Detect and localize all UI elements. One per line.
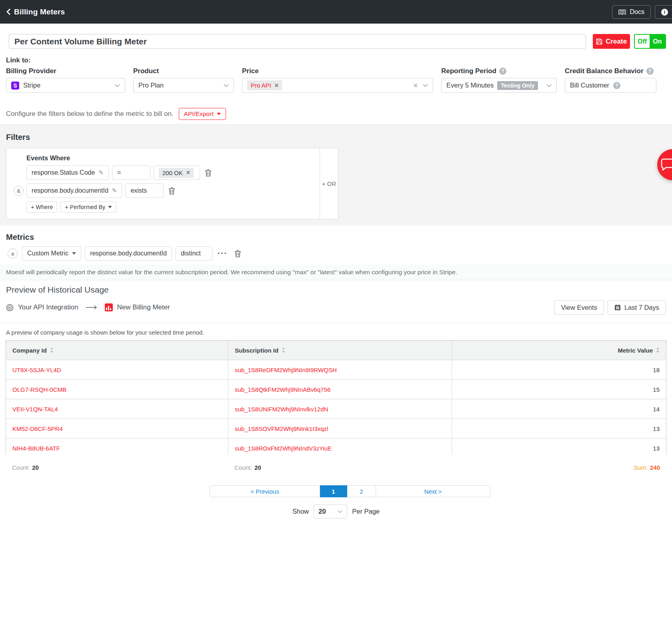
filter-group-main: Events Where response.Status Code ✎ = 20… — [6, 148, 320, 219]
delete-metric-button[interactable] — [233, 249, 243, 258]
company-count: Count: 20 — [6, 464, 228, 471]
create-button[interactable]: Create — [593, 34, 630, 49]
and-conjunction-badge[interactable]: & — [14, 186, 24, 196]
price-tag: Pro API × — [247, 80, 282, 90]
company-id-link[interactable]: KM52-D6CF-5PR4 — [12, 425, 63, 432]
product-select[interactable]: Pro Plan — [133, 78, 234, 93]
table-row: UT8X-5SJA-YL4D sub_1S8ReDFM2Whj9NIn9I9RW… — [6, 360, 666, 380]
previous-page-button[interactable]: < Previous — [210, 485, 320, 497]
page-button-2[interactable]: 2 — [347, 485, 376, 497]
delete-filter-button[interactable] — [203, 168, 213, 177]
meter-name-input[interactable] — [9, 34, 586, 49]
page-button-1[interactable]: 1 — [320, 485, 347, 497]
filter-operator-select[interactable]: = — [112, 165, 150, 180]
trash-icon — [168, 187, 175, 195]
credit-balance-select[interactable]: Bill Customer ? — [565, 78, 656, 93]
metric-key-badge: a — [8, 249, 18, 259]
pencil-icon: ✎ — [98, 169, 104, 176]
date-range-button[interactable]: Last 7 Days — [608, 300, 666, 315]
title-row: Create Off On — [9, 34, 666, 49]
metric-aggregation-select[interactable]: distinct — [176, 246, 212, 261]
add-performed-by-label: + Performed By — [65, 204, 105, 210]
credit-balance-label-text: Credit Balance Behavior — [565, 67, 644, 75]
usage-table: Company Id Subscription Id Metric Value … — [6, 340, 666, 455]
credit-balance-label: Credit Balance Behavior ? — [565, 67, 656, 75]
product-value: Pro Plan — [138, 82, 164, 89]
chevron-down-icon — [115, 84, 120, 87]
subscription-id-link[interactable]: sub_1S8QtkFM2Whj9NInABv6q756 — [235, 386, 330, 393]
metric-field-box[interactable]: response.body.documentId — [85, 246, 172, 261]
filter-value-box[interactable]: 200 OK × — [154, 165, 200, 180]
more-options-icon[interactable]: ··· — [216, 249, 229, 258]
view-events-button[interactable]: View Events — [554, 300, 604, 315]
column-header-metric-value[interactable]: Metric Value — [452, 341, 666, 360]
page-size-row: Show 20 Per Page — [0, 504, 672, 518]
column-header-label: Subscription Id — [235, 347, 278, 354]
filter-group: Events Where response.Status Code ✎ = 20… — [6, 148, 338, 219]
company-id-link[interactable]: NIH4-B8UB-6ATF — [12, 445, 60, 452]
integration-flow: Your API Integration New Billing Meter — [6, 303, 170, 311]
count-value: 20 — [254, 464, 261, 471]
column-header-subscription-id[interactable]: Subscription Id — [228, 341, 452, 360]
help-icon[interactable]: ? — [613, 82, 620, 89]
subscription-id-link[interactable]: sub_1S8UNiFM2Whj9NInvlkv12dN — [235, 406, 328, 413]
add-where-button[interactable]: + Where — [26, 201, 57, 213]
subscription-id-link[interactable]: sub_1S8SOVFM2Whj9NInk1I3xqzl — [235, 425, 328, 432]
price-select[interactable]: Pro API × × — [242, 78, 433, 93]
company-id-link[interactable]: OLG7-RSQH-0CMB — [12, 386, 66, 393]
filter-operator-select[interactable]: exists — [125, 183, 164, 198]
help-icon[interactable]: ? — [499, 68, 506, 75]
metric-type-select[interactable]: Custom Metric — [22, 246, 81, 261]
configure-row: Configure the filters below to define th… — [6, 108, 672, 120]
docs-button[interactable]: Docs — [612, 5, 650, 19]
subscription-id-link[interactable]: sub_1S8ROxFM2Whj9NIndV3zYiuE — [235, 445, 332, 452]
delete-filter-button[interactable] — [167, 186, 177, 195]
remove-value-icon[interactable]: × — [186, 169, 190, 176]
preview-description: A preview of company usage is shown belo… — [6, 329, 666, 336]
add-or-button[interactable]: + OR — [320, 148, 338, 219]
count-value: 20 — [32, 464, 39, 471]
next-page-button[interactable]: Next > — [376, 485, 490, 497]
credit-balance-field: Credit Balance Behavior ? Bill Customer … — [565, 67, 656, 93]
topbar-actions: Docs i Tour — [612, 5, 672, 19]
company-id-link[interactable]: UT8X-5SJA-YL4D — [12, 367, 61, 373]
filter-row: response.Status Code ✎ = 200 OK × — [12, 165, 314, 180]
metrics-heading: Metrics — [6, 233, 666, 242]
remove-price-icon[interactable]: × — [275, 82, 278, 89]
page-size-select[interactable]: 20 — [314, 504, 347, 518]
preview-heading: Preview of Historical Usage — [6, 285, 666, 295]
reporting-period-field: Reporting Period ? Every 5 Minutes Testi… — [441, 67, 557, 93]
trash-icon — [205, 169, 212, 177]
api-integration-label: Your API Integration — [18, 303, 78, 311]
back-to-billing-meters-link[interactable]: Billing Meters — [6, 8, 65, 16]
api-export-button[interactable]: API/Export — [179, 108, 226, 120]
filter-field-name: response.body.documentId — [32, 187, 108, 194]
chevron-down-icon — [224, 84, 229, 87]
filter-field-button[interactable]: response.body.documentId ✎ — [26, 183, 122, 198]
product-label: Product — [133, 67, 234, 75]
price-tag-value: Pro API — [251, 82, 271, 89]
preview-actions: View Events Last 7 Days — [554, 300, 666, 315]
tour-button[interactable]: i Tour — [655, 5, 672, 19]
company-id-link[interactable]: VEII-V1QN-TAL4 — [12, 406, 58, 413]
reporting-period-select[interactable]: Every 5 Minutes Testing Only — [441, 78, 557, 93]
sum-value: 240 — [650, 464, 660, 471]
billing-provider-select[interactable]: S Stripe — [6, 78, 125, 93]
help-icon[interactable]: ? — [646, 68, 654, 75]
add-performed-by-button[interactable]: + Performed By — [60, 201, 116, 213]
subscription-id-link[interactable]: sub_1S8ReDFM2Whj9NIn9I9RWQSH — [235, 367, 337, 373]
usage-table-container[interactable]: Company Id Subscription Id Metric Value … — [6, 340, 666, 455]
toggle-off[interactable]: Off — [635, 35, 649, 48]
page-size-value: 20 — [318, 508, 326, 515]
filter-field-button[interactable]: response.Status Code ✎ — [26, 165, 109, 180]
table-summary-row: Count: 20 Count: 20 Sum: 240 — [6, 464, 666, 471]
column-header-company-id[interactable]: Company Id — [6, 341, 228, 360]
metric-row: a Custom Metric response.body.documentId… — [6, 246, 666, 261]
billing-provider-value: Stripe — [23, 82, 40, 89]
toggle-on[interactable]: On — [650, 35, 665, 48]
filter-field-name: response.Status Code — [32, 169, 95, 176]
sort-icon — [50, 347, 54, 353]
caret-down-icon — [72, 252, 76, 255]
pagination: < Previous 1 2 Next > — [210, 485, 490, 497]
clear-icon[interactable]: × — [413, 82, 418, 89]
